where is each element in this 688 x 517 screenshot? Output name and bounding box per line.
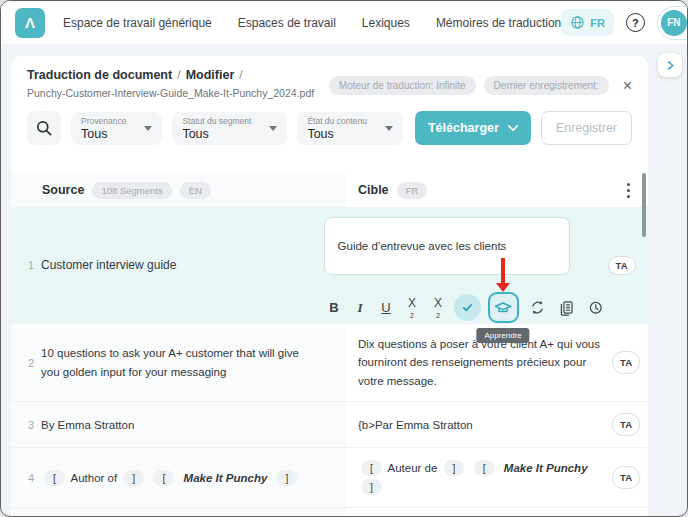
help-button[interactable]: ? [626, 13, 645, 32]
sup-mark: 2 [410, 312, 414, 319]
source-cell[interactable]: 2 10 questions to ask your A+ customer t… [11, 324, 346, 401]
download-button[interactable]: Télécharger [415, 111, 531, 145]
filter-segment-status[interactable]: Statut du segmentTous [172, 112, 287, 145]
emphasized-text: Make It Punchy [184, 472, 268, 484]
source-cell[interactable]: 5 p u n c h y . [11, 508, 346, 517]
table-row[interactable]: 5 p u n c h y . percutant. TA [11, 507, 648, 517]
editor-toolbar: B I U X2 X2 Apprendre [324, 292, 608, 323]
avatar-initials: FN [667, 17, 680, 28]
close-icon[interactable]: × [623, 78, 632, 94]
ta-badge: TA [612, 413, 640, 436]
target-cell: Guide d’entrevue avec les clients B I U … [312, 207, 608, 323]
source-cell[interactable]: 4 [ Author of ] [ Make It Punchy ] [11, 448, 346, 507]
source-lang-badge: EN [180, 182, 211, 199]
tag-pill: ] [361, 479, 382, 495]
nav-item-generic-workspace[interactable]: Espace de travail générique [63, 16, 212, 30]
italic-button[interactable]: I [350, 296, 371, 320]
app-logo[interactable]: Λ [15, 8, 45, 38]
source-column-header: Source 108 Segments EN [11, 173, 346, 207]
nav-item-workspaces[interactable]: Espaces de travail [238, 16, 336, 30]
sub-mark: 2 [436, 312, 440, 319]
table-row[interactable]: 3 By Emma Stratton {b>Par Emma Stratton … [11, 401, 648, 447]
filter-content-state[interactable]: État du contenuTous [297, 112, 403, 145]
scrollbar-thumb[interactable] [642, 173, 646, 237]
breadcrumb-separator: / [239, 68, 242, 82]
target-title: Cible [358, 183, 389, 197]
source-cell[interactable]: Customer interview guide [41, 207, 312, 323]
bold-button[interactable]: B [324, 296, 345, 320]
profile-menu[interactable]: FN ⚙ [657, 6, 688, 40]
last-save-badge: Dernier enregistrement: [484, 76, 609, 95]
tag-pill: [ [361, 460, 382, 476]
tag-pill: ] [444, 460, 465, 476]
filter-provenance[interactable]: ProvenanceTous [71, 112, 162, 145]
source-cell[interactable]: 3 By Emma Stratton [11, 402, 346, 447]
confirm-button[interactable] [454, 294, 481, 321]
panel-header: Traduction de document/Modifier/ Punchy-… [11, 56, 648, 105]
table-row[interactable]: 4 [ Author of ] [ Make It Punchy ] [ Aut… [11, 447, 648, 507]
sub-base: X [434, 296, 442, 310]
language-code: FR [590, 17, 605, 29]
row-number: 4 [11, 472, 41, 484]
segment-text: Auteur de [387, 462, 437, 474]
tag-pill: ] [123, 470, 144, 486]
side-panel-toggle[interactable] [658, 53, 682, 77]
header-meta: Moteur de traduction: Infinite Dernier e… [329, 68, 632, 95]
breadcrumb-section[interactable]: Traduction de document [27, 68, 172, 82]
segment-text: {b>Par Emma Stratton [358, 419, 473, 431]
save-button[interactable]: Enregistrer [541, 111, 632, 145]
sup-base: X [408, 296, 416, 310]
history-button[interactable] [584, 296, 608, 320]
ta-badge: TA [608, 256, 636, 275]
translation-editor[interactable]: Guide d’entrevue avec les clients [324, 217, 570, 275]
top-nav: Λ Espace de travail générique Espaces de… [1, 1, 687, 45]
chevron-down-icon [269, 126, 277, 131]
tag-pill: [ [474, 460, 495, 476]
filter-value: Tous [182, 127, 251, 141]
row-number: 1 [11, 207, 41, 323]
subscript-button[interactable]: X2 [428, 296, 449, 320]
avatar[interactable]: FN [661, 10, 687, 36]
filter-bar: ProvenanceTous Statut du segmentTous Éta… [11, 105, 648, 159]
target-cell[interactable]: {b>Par Emma Stratton TA [346, 402, 648, 447]
search-icon [35, 119, 54, 138]
breadcrumb-separator: / [177, 68, 180, 82]
search-button[interactable] [27, 111, 61, 145]
breadcrumb-block: Traduction de document/Modifier/ Punchy-… [27, 68, 314, 99]
globe-icon [570, 15, 585, 30]
row-number: 3 [11, 419, 41, 431]
ta-badge: TA [612, 466, 640, 489]
table-row-active[interactable]: 1 Customer interview guide Guide d’entre… [11, 207, 648, 323]
sync-icon [529, 299, 546, 316]
target-cell[interactable]: [ Auteur de ] [ Make It Punchy ] TA [346, 448, 648, 507]
nav-item-lexicons[interactable]: Lexiques [362, 16, 410, 30]
table-row[interactable]: 2 10 questions to ask your A+ customer t… [11, 323, 648, 401]
kebab-menu-icon[interactable] [627, 181, 630, 199]
superscript-button[interactable]: X2 [402, 296, 423, 320]
chevron-down-icon [385, 126, 393, 131]
nav-right-cluster: FR ? FN ⚙ [561, 6, 688, 40]
breadcrumb-page[interactable]: Modifier [186, 68, 235, 82]
underline-button[interactable]: U [376, 296, 397, 320]
target-lang-badge: FR [397, 182, 428, 199]
learn-tooltip: Apprendre [476, 328, 529, 343]
language-selector[interactable]: FR [561, 9, 614, 36]
chevron-right-icon [664, 59, 677, 72]
retranslate-button[interactable] [526, 296, 550, 320]
target-cell[interactable]: percutant. TA [346, 508, 648, 517]
emphasized-text: Make It Punchy [504, 462, 588, 474]
check-icon [460, 300, 475, 315]
nav-item-translation-memories[interactable]: Mémoires de traduction [436, 16, 561, 30]
segment-text: 10 questions to ask your A+ customer tha… [41, 347, 299, 377]
help-icon: ? [632, 17, 639, 29]
app-window: Λ Espace de travail générique Espaces de… [0, 0, 688, 517]
filter-value: Tous [307, 127, 367, 141]
history-clock-icon [587, 299, 604, 316]
graduation-cap-icon [493, 298, 513, 318]
copy-source-button[interactable] [555, 296, 579, 320]
table-header: Source 108 Segments EN Cible FR [11, 173, 648, 207]
segment-text: Author of [70, 472, 117, 484]
breadcrumb: Traduction de document/Modifier/ [27, 68, 314, 82]
source-title: Source [42, 183, 84, 197]
learn-button[interactable]: Apprendre [488, 292, 519, 323]
